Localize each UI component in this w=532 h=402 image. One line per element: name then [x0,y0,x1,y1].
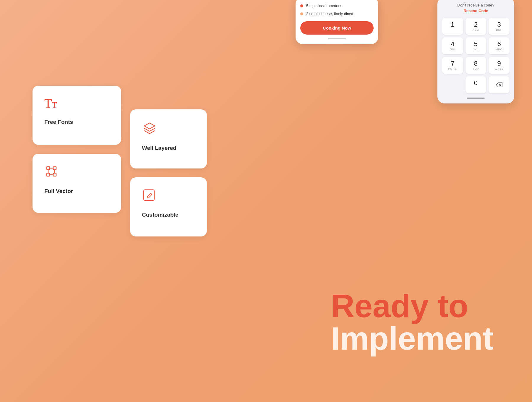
recipe-dot-orange [300,12,303,15]
key-1[interactable]: 1 [442,18,463,35]
fonts-icon: TT [44,96,109,111]
free-fonts-card: TT Free Fonts [33,86,121,145]
recipe-item-1: 5 tsp sliced tomatoes [300,2,374,10]
key-6[interactable]: 6MNO [489,37,510,54]
key-empty [442,76,463,93]
key-3[interactable]: 3DEF [489,18,510,35]
key-0[interactable]: 0 [466,76,486,93]
cta-line2: Implement [331,322,494,355]
phone-home-bar [328,38,346,39]
keypad-grid: 1 2ABC 3DEF 4GHI 5JKL 6MNO 7PQRS 8TUV 9W… [442,18,510,93]
key-9[interactable]: 9WXYZ [489,57,510,74]
svg-rect-2 [47,167,50,170]
no-code-text: Don't receive a code? [442,3,510,7]
recipe-text-2: 2 small cheese, finely diced [306,12,353,16]
key-2[interactable]: 2ABC [466,18,486,35]
resend-code-link[interactable]: Resend Code [442,9,510,13]
key-5[interactable]: 5JKL [466,37,486,54]
typography-icon: TT [44,96,109,111]
full-vector-label: Full Vector [44,188,73,194]
well-layered-label: Well Layered [142,145,176,151]
edit-icon [142,188,195,203]
recipe-text-1: 5 tsp sliced tomatoes [306,4,342,8]
customizable-card: Customizable [130,177,207,236]
vector-icon [44,164,109,180]
cta-text: Ready to Implement [331,290,494,355]
recipe-phone-card: 5 tsp sliced tomatoes 2 small cheese, fi… [296,0,378,44]
well-layered-card: Well Layered [130,109,207,168]
free-fonts-label: Free Fonts [44,119,73,125]
key-delete-button[interactable] [489,76,510,93]
customizable-label: Customizable [142,212,179,218]
cook-now-button[interactable]: Cooking Now [300,21,374,35]
keypad-home-bar [467,98,485,99]
cta-line1: Ready to [331,290,494,322]
svg-rect-3 [53,167,56,170]
layers-icon [142,120,195,137]
recipe-item-2: 2 small cheese, finely diced [300,10,374,18]
svg-rect-5 [53,173,56,176]
key-4[interactable]: 4GHI [442,37,463,54]
recipe-dot-red [300,4,303,7]
key-8[interactable]: 8TUV [466,57,486,74]
full-vector-card: Full Vector [33,154,121,213]
svg-rect-4 [47,173,50,176]
keypad-phone-card: Don't receive a code? Resend Code 1 2ABC… [437,0,514,103]
key-7[interactable]: 7PQRS [442,57,463,74]
